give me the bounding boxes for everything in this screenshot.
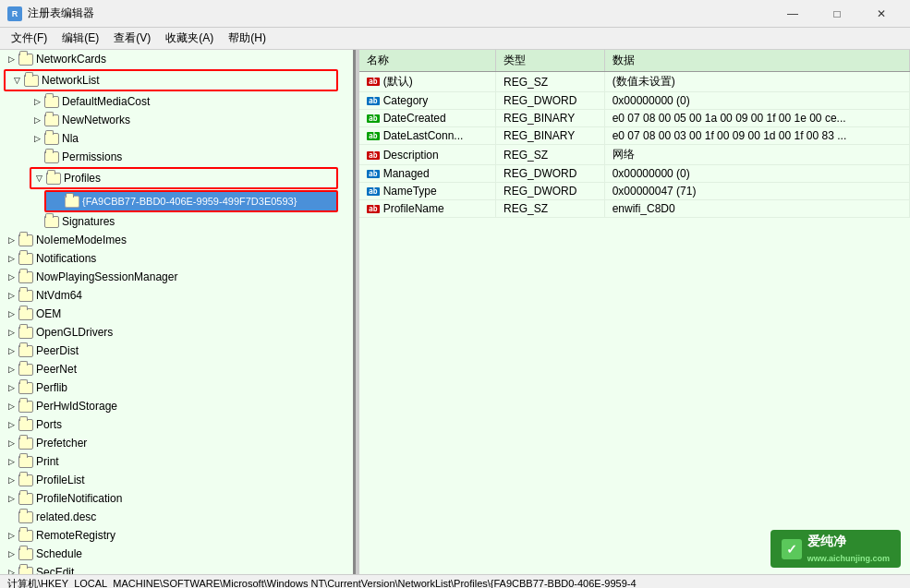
tree-item-networklist[interactable]: ▽ NetworkList (6, 71, 336, 90)
tree-toggle-nowplayingsessionmanager[interactable]: ▷ (4, 270, 18, 284)
menu-bar: 文件(F) 编辑(E) 查看(V) 收藏夹(A) 帮助(H) (0, 28, 910, 50)
highlight-networklist: ▽ NetworkList (4, 69, 338, 91)
tree-panel[interactable]: ▷ NetworkCards ▽ NetworkList ▷ DefaultMe… (0, 50, 356, 574)
tree-toggle-newnetworks[interactable]: ▷ (30, 113, 44, 127)
tree-toggle-networklist[interactable]: ▽ (9, 73, 24, 88)
tree-toggle-secedit[interactable]: ▷ (4, 565, 18, 574)
tree-item-noiemodeimes[interactable]: ▷ NoIemeModeImes (0, 231, 338, 249)
menu-file[interactable]: 文件(F) (4, 28, 55, 49)
tree-item-ntvdm64[interactable]: ▷ NtVdm64 (0, 286, 338, 305)
registry-row[interactable]: ab(默认) REG_SZ (数值未设置) (359, 72, 910, 92)
window-controls: — □ ✕ (771, 0, 903, 28)
reg-cell-name: abDateLastConn... (359, 127, 496, 145)
registry-row[interactable]: abProfileName REG_SZ enwifi_C8D0 (359, 200, 910, 218)
tree-item-permissions[interactable]: Permissions (0, 148, 338, 166)
registry-row[interactable]: abDateCreated REG_BINARY e0 07 08 00 05 … (359, 110, 910, 127)
highlight-profiles: ▽ Profiles (30, 167, 338, 189)
tree-toggle-networkcards[interactable]: ▷ (4, 52, 18, 66)
tree-item-nla[interactable]: ▷ Nla (0, 129, 338, 148)
tree-item-peernet[interactable]: ▷ PeerNet (0, 360, 338, 378)
folder-icon-relateddesc (18, 511, 33, 523)
tree-toggle-ntvdm64[interactable]: ▷ (4, 288, 18, 303)
folder-icon-peernet (18, 364, 33, 376)
reg-cell-name: abManaged (359, 165, 496, 183)
tree-item-schedule[interactable]: ▷ Schedule (0, 545, 338, 563)
tree-item-prefetcher[interactable]: ▷ Prefetcher (0, 434, 338, 452)
maximize-button[interactable]: □ (816, 0, 858, 28)
reg-cell-data: enwifi_C8D0 (604, 200, 909, 218)
col-header-data[interactable]: 数据 (604, 50, 909, 72)
tree-item-profilenotification[interactable]: ▷ ProfileNotification (0, 489, 338, 508)
tree-item-networkcards[interactable]: ▷ NetworkCards (0, 50, 338, 68)
tree-label-guid: {FA9CBB77-BBD0-406E-9959-499F7D3E0593} (82, 196, 297, 207)
registry-row[interactable]: abNameType REG_DWORD 0x00000047 (71) (359, 183, 910, 200)
tree-item-nowplayingsessionmanager[interactable]: ▷ NowPlayingSessionManager (0, 268, 338, 286)
tree-toggle-print[interactable]: ▷ (4, 454, 18, 469)
folder-icon-profilelist (18, 474, 33, 486)
tree-item-secedit[interactable]: ▷ SecEdit (0, 563, 338, 574)
tree-toggle-peerdist[interactable]: ▷ (4, 343, 18, 358)
tree-toggle-profilelist[interactable]: ▷ (4, 473, 18, 487)
tree-panel-inner: ▷ NetworkCards ▽ NetworkList ▷ DefaultMe… (0, 50, 353, 574)
col-header-type[interactable]: 类型 (496, 50, 605, 72)
registry-panel[interactable]: 名称 类型 数据 ab(默认) REG_SZ (数值未设置) abCategor… (359, 50, 910, 574)
registry-row[interactable]: abDescription REG_SZ 网络 (359, 145, 910, 165)
tree-item-print[interactable]: ▷ Print (0, 452, 338, 471)
tree-toggle-remoteregistry[interactable]: ▷ (4, 528, 18, 543)
tree-toggle-defaultmediacost[interactable]: ▷ (30, 94, 44, 109)
tree-label-schedule: Schedule (36, 547, 82, 560)
tree-toggle-profiles[interactable]: ▽ (31, 171, 46, 186)
tree-item-peerdist[interactable]: ▷ PeerDist (0, 342, 338, 360)
tree-toggle-profilenotification[interactable]: ▷ (4, 491, 18, 506)
tree-item-defaultmediacost[interactable]: ▷ DefaultMediaCost (0, 92, 338, 111)
tree-item-newnetworks[interactable]: ▷ NewNetworks (0, 111, 338, 129)
tree-toggle-nla[interactable]: ▷ (30, 131, 44, 146)
tree-item-ports[interactable]: ▷ Ports (0, 415, 338, 434)
tree-label-perhwidstorage: PerHwIdStorage (36, 400, 117, 413)
folder-icon-ntvdm64 (18, 290, 33, 302)
tree-item-perhwidstorage[interactable]: ▷ PerHwIdStorage (0, 397, 338, 415)
tree-item-signatures[interactable]: Signatures (0, 212, 338, 231)
tree-item-remoteregistry[interactable]: ▷ RemoteRegistry (0, 526, 338, 545)
tree-item-guid[interactable]: {FA9CBB77-BBD0-406E-9959-499F7D3E0593} (46, 192, 336, 210)
minimize-button[interactable]: — (771, 0, 814, 28)
menu-favorites[interactable]: 收藏夹(A) (158, 28, 221, 49)
menu-edit[interactable]: 编辑(E) (55, 28, 106, 49)
reg-cell-data: 网络 (604, 145, 909, 165)
tree-item-perflib[interactable]: ▷ Perflib (0, 378, 338, 397)
tree-toggle-perflib[interactable]: ▷ (4, 380, 18, 395)
tree-toggle-oem[interactable]: ▷ (4, 306, 18, 321)
tree-toggle-noiemodeimes[interactable]: ▷ (4, 233, 18, 247)
tree-toggle-ports[interactable]: ▷ (4, 417, 18, 432)
tree-toggle-schedule[interactable]: ▷ (4, 546, 18, 561)
window-title: 注册表编辑器 (28, 6, 94, 21)
tree-item-notifications[interactable]: ▷ Notifications (0, 249, 338, 268)
registry-row[interactable]: abManaged REG_DWORD 0x00000000 (0) (359, 165, 910, 183)
menu-view[interactable]: 查看(V) (106, 28, 158, 49)
tree-label-newnetworks: NewNetworks (62, 114, 130, 126)
folder-icon-networklist (24, 75, 39, 87)
tree-toggle-perhwidstorage[interactable]: ▷ (4, 399, 18, 414)
reg-cell-type: REG_SZ (496, 145, 605, 165)
tree-item-profilelist[interactable]: ▷ ProfileList (0, 471, 338, 489)
menu-help[interactable]: 帮助(H) (221, 28, 273, 49)
registry-row[interactable]: abDateLastConn... REG_BINARY e0 07 08 00… (359, 127, 910, 145)
col-header-name[interactable]: 名称 (359, 50, 496, 72)
tree-toggle-opengldrivers[interactable]: ▷ (4, 325, 18, 340)
reg-icon-dword: ab (367, 187, 380, 196)
main-content: ▷ NetworkCards ▽ NetworkList ▷ DefaultMe… (0, 50, 910, 574)
reg-cell-type: REG_SZ (496, 200, 605, 218)
tree-toggle-peernet[interactable]: ▷ (4, 362, 18, 377)
folder-icon-schedule (18, 548, 33, 560)
registry-row[interactable]: abCategory REG_DWORD 0x00000000 (0) (359, 92, 910, 110)
reg-cell-name: abNameType (359, 183, 496, 200)
reg-cell-name: ab(默认) (359, 72, 496, 92)
tree-toggle-prefetcher[interactable]: ▷ (4, 436, 18, 450)
tree-item-relateddesc[interactable]: related.desc (0, 508, 338, 526)
tree-item-profiles[interactable]: ▽ Profiles (31, 169, 336, 187)
tree-item-opengldrivers[interactable]: ▷ OpenGLDrivers (0, 323, 338, 342)
tree-item-oem[interactable]: ▷ OEM (0, 305, 338, 323)
close-button[interactable]: ✕ (860, 0, 903, 28)
registry-header-row: 名称 类型 数据 (359, 50, 910, 72)
tree-toggle-notifications[interactable]: ▷ (4, 251, 18, 266)
